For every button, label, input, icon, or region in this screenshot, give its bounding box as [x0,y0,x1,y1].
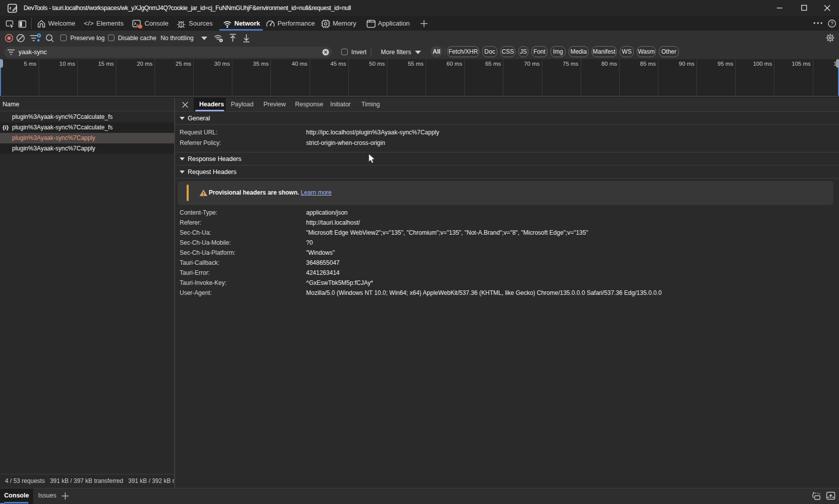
svg-text:?: ? [830,21,833,27]
